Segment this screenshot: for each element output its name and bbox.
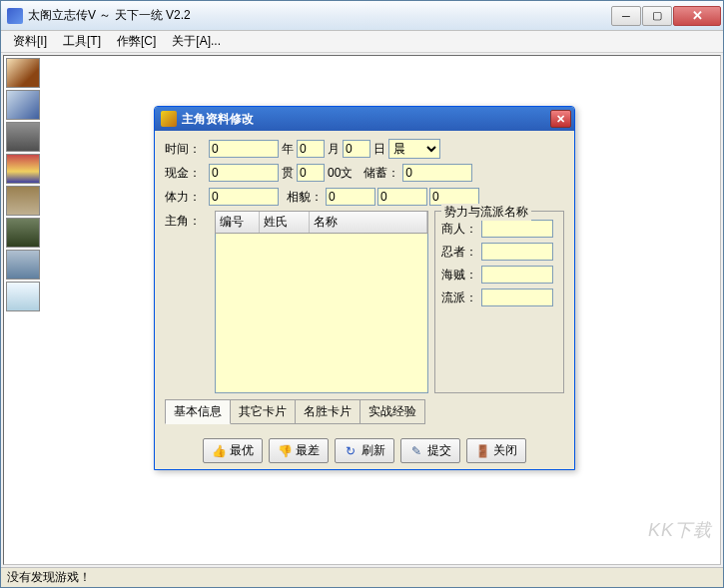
thumbs-down-icon: 👎 <box>278 444 292 458</box>
hero-list: 编号 姓氏 名称 <box>215 211 428 393</box>
sidebar-thumb-8[interactable] <box>6 282 40 311</box>
sidebar-thumb-3[interactable] <box>6 122 40 152</box>
door-icon: 🚪 <box>475 444 489 458</box>
list-header: 编号 姓氏 名称 <box>215 211 428 234</box>
input-ninja[interactable] <box>481 243 553 261</box>
input-look1[interactable] <box>326 188 375 206</box>
label-month: 月 <box>328 141 340 158</box>
menubar: 资料[I] 工具[T] 作弊[C] 关于[A]... <box>1 31 723 53</box>
close-action-button[interactable]: 🚪 关闭 <box>466 438 526 463</box>
menu-cheat[interactable]: 作弊[C] <box>109 31 164 52</box>
main-titlebar: 太阁立志传V ～ 天下一统 V2.2 ─ ▢ ✕ <box>1 1 723 31</box>
label-day: 日 <box>373 141 385 158</box>
group-row-school: 流派： <box>441 289 557 306</box>
close-label: 关闭 <box>493 442 517 459</box>
sidebar-thumb-5[interactable] <box>6 186 40 216</box>
edit-dialog: 主角资料修改 ✕ 时间： 年 月 日 晨 <box>154 106 575 470</box>
status-text: 没有发现游戏！ <box>7 569 91 586</box>
list-body[interactable] <box>215 234 428 393</box>
faction-group: 势力与流派名称 商人： 忍者： 海贼： <box>434 211 564 393</box>
tabs: 基本信息 其它卡片 名胜卡片 实战经验 <box>165 399 564 424</box>
col-surname[interactable]: 姓氏 <box>260 212 310 233</box>
dialog-icon <box>161 111 177 127</box>
menu-tools[interactable]: 工具[T] <box>55 31 109 52</box>
best-label: 最优 <box>230 442 254 459</box>
minimize-icon: ─ <box>622 10 630 22</box>
worst-label: 最差 <box>296 442 320 459</box>
refresh-icon: ↻ <box>344 444 358 458</box>
submit-icon: ✎ <box>409 444 423 458</box>
label-year: 年 <box>282 141 294 158</box>
main-window: 太阁立志传V ～ 天下一统 V2.2 ─ ▢ ✕ 资料[I] 工具[T] 作弊[… <box>0 0 724 588</box>
tab-basic[interactable]: 基本信息 <box>165 399 231 424</box>
input-day[interactable] <box>343 140 370 158</box>
menu-data[interactable]: 资料[I] <box>5 31 55 52</box>
sidebar-thumb-1[interactable] <box>6 58 40 88</box>
window-title: 太阁立志传V ～ 天下一统 V2.2 <box>28 7 611 24</box>
label-school: 流派： <box>441 290 481 306</box>
label-hero: 主角： <box>165 214 201 228</box>
input-look2[interactable] <box>377 188 427 206</box>
label-pirate: 海贼： <box>441 267 481 284</box>
group-row-merchant: 商人： <box>441 220 557 238</box>
submit-button[interactable]: ✎ 提交 <box>400 438 460 463</box>
window-controls: ─ ▢ ✕ <box>611 6 721 26</box>
label-time: 时间： <box>165 141 209 158</box>
input-cash[interactable] <box>209 164 279 182</box>
tab-battle-exp[interactable]: 实战经验 <box>360 399 425 424</box>
col-id[interactable]: 编号 <box>216 212 260 233</box>
sidebar-thumb-2[interactable] <box>6 90 40 120</box>
label-cash: 现金： <box>165 165 209 182</box>
workspace: 主角资料修改 ✕ 时间： 年 月 日 晨 <box>3 55 721 565</box>
input-save[interactable] <box>402 164 472 182</box>
best-button[interactable]: 👍 最优 <box>203 438 263 463</box>
input-pirate[interactable] <box>481 266 553 284</box>
sidebar-thumb-4[interactable] <box>6 154 40 184</box>
label-save: 储蓄： <box>363 165 399 182</box>
thumbs-up-icon: 👍 <box>212 444 226 458</box>
dialog-close-button[interactable]: ✕ <box>550 110 571 128</box>
input-wen[interactable] <box>297 164 325 182</box>
input-merchant[interactable] <box>481 220 553 238</box>
maximize-button[interactable]: ▢ <box>642 6 672 26</box>
row-time: 时间： 年 月 日 晨 <box>165 139 564 159</box>
row-cash: 现金： 贯 00文 储蓄： <box>165 163 564 183</box>
minimize-button[interactable]: ─ <box>611 6 641 26</box>
sidebar-thumb-7[interactable] <box>6 250 40 280</box>
group-legend: 势力与流派名称 <box>441 204 531 221</box>
col-name[interactable]: 名称 <box>310 212 427 233</box>
sidebar <box>4 56 44 564</box>
menu-about[interactable]: 关于[A]... <box>164 31 229 52</box>
mid-row: 主角： 编号 姓氏 名称 势力与流派名称 <box>165 211 564 393</box>
maximize-icon: ▢ <box>652 9 662 22</box>
input-stamina[interactable] <box>209 188 279 206</box>
statusbar: 没有发现游戏！ <box>1 567 723 587</box>
watermark: KK下载 <box>648 518 712 542</box>
label-ninja: 忍者： <box>441 244 481 261</box>
refresh-label: 刷新 <box>362 442 385 459</box>
submit-label: 提交 <box>427 442 451 459</box>
dialog-body: 时间： 年 月 日 晨 现金： 贯 <box>155 131 574 469</box>
label-guan: 贯 <box>282 165 294 182</box>
sidebar-thumb-6[interactable] <box>6 218 40 248</box>
app-icon <box>7 8 23 24</box>
dialog-titlebar: 主角资料修改 ✕ <box>155 107 574 131</box>
input-year[interactable] <box>209 140 279 158</box>
worst-button[interactable]: 👎 最差 <box>269 438 329 463</box>
dialog-close-icon: ✕ <box>556 113 565 126</box>
input-month[interactable] <box>297 140 325 158</box>
label-wen: 00文 <box>328 165 353 182</box>
canvas: 主角资料修改 ✕ 时间： 年 月 日 晨 <box>44 56 720 564</box>
tab-other-cards[interactable]: 其它卡片 <box>230 399 296 424</box>
label-stamina: 体力： <box>165 189 209 206</box>
label-look: 相貌： <box>287 189 323 206</box>
select-period[interactable]: 晨 <box>388 139 440 159</box>
group-row-ninja: 忍者： <box>441 243 557 261</box>
tab-scenic-cards[interactable]: 名胜卡片 <box>295 399 361 424</box>
input-school[interactable] <box>481 289 553 306</box>
close-icon: ✕ <box>692 8 703 23</box>
dialog-title: 主角资料修改 <box>182 111 550 128</box>
refresh-button[interactable]: ↻ 刷新 <box>335 438 394 463</box>
close-button[interactable]: ✕ <box>673 6 721 26</box>
label-merchant: 商人： <box>441 221 481 238</box>
